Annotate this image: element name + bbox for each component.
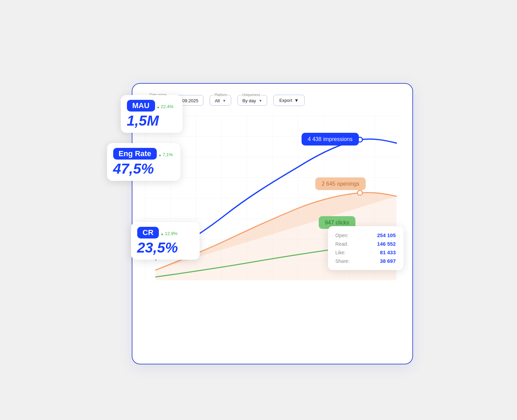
platform-chevron-icon: ▼ [223,99,226,103]
cr-label: CR [137,227,159,238]
mau-value: 1,5M [127,114,175,128]
eng-rate-change: 7,1% [158,152,173,157]
clicks-number: 947 [325,220,334,225]
mau-change: 22,4% [156,104,174,109]
dashboard-card: Date range 01.09.2025 - 30.09.2025 Platf… [132,83,413,364]
openings-label: openings [337,181,360,187]
uniqueness-chevron-icon: ▼ [259,99,262,103]
read-label: Read: [336,241,348,247]
uniqueness-label: Uniqueness [241,93,261,97]
stats-row-like: Like: 81 433 [336,249,396,255]
export-button[interactable]: Export ▼ [273,95,304,106]
stats-row-read: Read: 146 552 [336,241,396,247]
cr-value: 23,5% [137,241,192,255]
export-chevron-icon: ▼ [294,98,299,103]
mau-badge: MAU 22,4% 1,5M [121,95,183,133]
clicks-label: clicks [336,220,349,225]
outer-wrapper: Date range 01.09.2025 - 30.09.2025 Platf… [104,56,413,364]
like-label: Like: [336,250,346,255]
open-label: Open: [336,233,349,238]
eng-rate-value: 47,5% [113,162,173,176]
eng-rate-label: Eng Rate [113,148,157,160]
share-value: 38 697 [380,258,396,264]
share-label: Share: [336,258,350,264]
stats-tooltip: Open: 254 105 Read: 146 552 Like: 81 433… [328,226,403,270]
openings-badge: 2 645 openings [315,177,365,190]
uniqueness-value: By day ▼ [243,98,262,103]
chart-area: MAU 22,4% 1,5M Eng Rate 7,1% 47,5% CR 12… [145,116,400,280]
impressions-label: impressions [323,136,352,142]
platform-filter[interactable]: Platform All ▼ [210,95,231,106]
open-value: 254 105 [377,232,396,238]
platform-value: All ▼ [215,98,226,103]
cr-change: 12,9% [161,231,178,236]
eng-rate-badge: Eng Rate 7,1% 47,5% [107,143,180,181]
impressions-badge: 4 438 impressions [302,133,359,145]
toolbar: Date range 01.09.2025 - 30.09.2025 Platf… [145,95,400,106]
like-value: 81 433 [380,249,396,255]
mau-label: MAU [127,100,155,112]
stats-row-share: Share: 38 697 [336,258,396,264]
svg-point-2 [357,190,362,195]
uniqueness-filter[interactable]: Uniqueness By day ▼ [237,95,268,106]
platform-label: Platform [213,93,228,97]
stats-row-open: Open: 254 105 [336,232,396,238]
cr-badge: CR 12,9% 23,5% [131,222,200,260]
read-value: 146 552 [377,241,396,247]
impressions-number: 4 438 [308,136,321,142]
openings-number: 2 645 [321,181,335,187]
